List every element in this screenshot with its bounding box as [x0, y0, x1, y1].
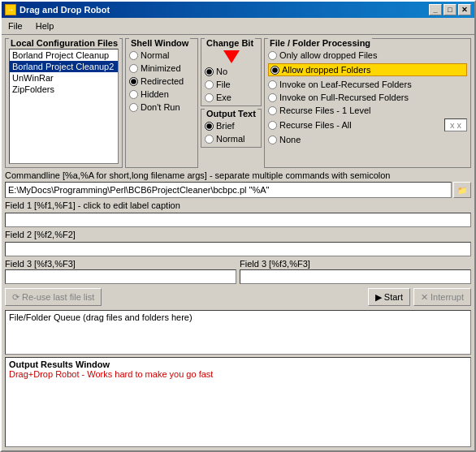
list-item[interactable]: UnWinRar [10, 72, 118, 84]
fp-recurse-1level-option[interactable]: Recurse Files - 1 Level [268, 105, 467, 115]
change-bit-no-option[interactable]: No [205, 67, 257, 76]
change-bit-panel: Change Bit No File [201, 38, 262, 106]
change-bit-exe-label: Exe [216, 93, 232, 102]
fp-only-files-option[interactable]: Only allow dropped Files [268, 50, 467, 60]
field3-left-input[interactable] [5, 269, 236, 284]
output-brief-label: Brief [216, 121, 235, 131]
shell-redirected-radio[interactable] [129, 77, 138, 86]
output-text-radio-group: Brief Normal [205, 119, 257, 144]
field1-section: Field 1 [%f1,%F1] - click to edit label … [5, 200, 471, 227]
list-item[interactable]: Borland Project Cleanup [10, 50, 118, 61]
app-icon: → [5, 4, 16, 15]
field1-input[interactable] [5, 213, 471, 227]
field1-label[interactable]: Field 1 [%f1,%F1] - click to edit label … [5, 200, 471, 210]
change-bit-radio-group: No File Exe [205, 65, 257, 102]
reuse-button[interactable]: ⟳ Re-use last file list [5, 288, 102, 306]
folder-processing-label: File / Folder Processing [268, 38, 372, 48]
menu-file[interactable]: File [5, 19, 26, 32]
interrupt-label: Interrupt [431, 292, 464, 302]
fp-allow-folders-radio[interactable] [270, 66, 279, 75]
change-bit-exe-radio[interactable] [205, 93, 214, 102]
shell-redirected-option[interactable]: Redirected [129, 76, 194, 86]
output-text-label: Output Text [205, 109, 257, 118]
menu-bar: File Help [2, 18, 474, 35]
field3-right-input[interactable] [240, 269, 471, 284]
shell-normal-label: Normal [141, 50, 169, 60]
menu-help[interactable]: Help [32, 19, 58, 32]
commandline-input[interactable] [5, 182, 452, 198]
fp-full-recursed-option[interactable]: Invoke on Full-Recursed Folders [268, 93, 467, 102]
interrupt-icon: ✕ [421, 292, 428, 303]
start-icon: ▶ [375, 292, 382, 303]
commandline-input-row: 📁 [5, 182, 471, 198]
change-bit-file-option[interactable]: File [205, 80, 257, 89]
maximize-button[interactable]: □ [444, 4, 457, 15]
fp-recurse-all-label: Recurse Files - All [279, 120, 352, 130]
title-bar-left: → Drag and Drop Robot [5, 4, 110, 15]
local-files-panel: Local Configuration Files Borland Projec… [5, 38, 123, 168]
shell-dontrun-label: Don't Run [141, 102, 180, 112]
start-button[interactable]: ▶ Start [368, 288, 410, 306]
xx-box: x x [444, 118, 467, 131]
field3-right-label: Field 3 [%f3,%F3] [240, 259, 471, 269]
shell-hidden-radio[interactable] [129, 90, 138, 99]
change-bit-file-radio[interactable] [205, 80, 214, 89]
output-brief-option[interactable]: Brief [205, 121, 257, 131]
list-item[interactable]: ZipFolders [10, 84, 118, 95]
reuse-icon: ⟳ [12, 292, 19, 303]
queue-section[interactable]: File/Folder Queue (drag files and folder… [5, 310, 471, 355]
output-section: Output Results Window Drag+Drop Robot - … [5, 357, 471, 447]
shell-hidden-option[interactable]: Hidden [129, 89, 194, 99]
shell-hidden-label: Hidden [141, 89, 169, 99]
top-panels: Local Configuration Files Borland Projec… [5, 38, 471, 168]
fp-leaf-recursed-radio[interactable] [268, 80, 277, 89]
btn-right-group: ▶ Start ✕ Interrupt [368, 288, 471, 306]
shell-minimized-radio[interactable] [129, 64, 138, 73]
shell-normal-radio[interactable] [129, 51, 138, 60]
change-bit-no-radio[interactable] [205, 67, 214, 76]
shell-minimized-option[interactable]: Minimized [129, 63, 194, 73]
field2-section: Field 2 [%f2,%F2] [5, 230, 471, 256]
shell-window-radio-group: Normal Minimized Redirected Hidden [129, 49, 194, 112]
output-text: Drag+Drop Robot - Works hard to make you… [9, 369, 467, 379]
close-button[interactable]: ✕ [458, 4, 471, 15]
fp-full-recursed-radio[interactable] [268, 93, 277, 102]
shell-minimized-label: Minimized [141, 63, 181, 73]
shell-dontrun-option[interactable]: Don't Run [129, 102, 194, 112]
browse-button[interactable]: 📁 [453, 182, 471, 198]
output-normal-option[interactable]: Normal [205, 134, 257, 144]
title-bar: → Drag and Drop Robot _ □ ✕ [2, 2, 474, 18]
fp-recurse-all-option[interactable]: Recurse Files - All [268, 120, 352, 130]
output-brief-radio[interactable] [205, 122, 214, 131]
reuse-label: Re-use last file list [22, 292, 94, 302]
change-bit-file-label: File [216, 80, 231, 89]
fp-none-option[interactable]: None [268, 135, 467, 144]
list-item[interactable]: Borland Project Cleanup2 [10, 61, 118, 72]
folder-processing-panel: File / Folder Processing Only allow drop… [264, 38, 471, 168]
fp-recurse-all-radio[interactable] [268, 121, 277, 130]
fp-none-radio[interactable] [268, 136, 277, 144]
local-files-label: Local Configuration Files [9, 38, 119, 48]
output-normal-radio[interactable] [205, 135, 214, 144]
fp-full-recursed-label: Invoke on Full-Recursed Folders [279, 93, 409, 102]
fp-none-label: None [279, 135, 301, 144]
fp-recurse-1level-radio[interactable] [268, 106, 277, 115]
field2-input[interactable] [5, 242, 471, 256]
fp-only-files-radio[interactable] [268, 51, 277, 60]
red-arrow-icon [223, 50, 240, 63]
minimize-button[interactable]: _ [429, 4, 442, 15]
fp-leaf-recursed-option[interactable]: Invoke on Leaf-Recursed Folders [268, 80, 467, 89]
title-buttons: _ □ ✕ [429, 4, 471, 15]
interrupt-button[interactable]: ✕ Interrupt [413, 288, 471, 306]
local-files-listbox[interactable]: Borland Project Cleanup Borland Project … [9, 49, 119, 164]
change-bit-exe-option[interactable]: Exe [205, 93, 257, 102]
commandline-section: Commandline [%a,%A for short,long filena… [5, 170, 471, 198]
output-label: Output Results Window [9, 359, 110, 369]
change-bit-label: Change Bit [205, 38, 255, 48]
field3-left-label: Field 3 [%f3,%F3] [5, 259, 236, 269]
fp-allow-folders-option[interactable]: Allow dropped Folders [268, 63, 467, 76]
fp-recurse-1level-label: Recurse Files - 1 Level [279, 105, 371, 115]
shell-dontrun-radio[interactable] [129, 103, 138, 112]
shell-normal-option[interactable]: Normal [129, 50, 194, 60]
output-normal-label: Normal [216, 134, 244, 144]
